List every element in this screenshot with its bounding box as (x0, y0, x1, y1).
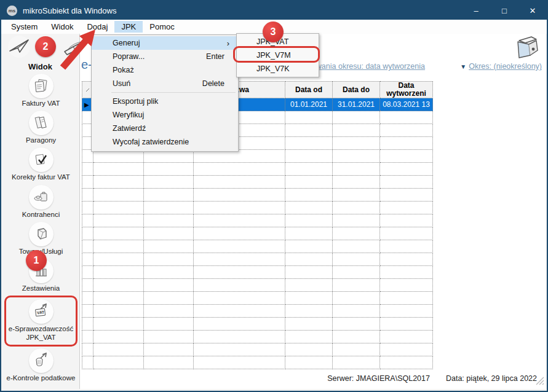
table-cell-empty (194, 279, 285, 292)
table-cell-empty (144, 253, 194, 266)
minimize-button[interactable]: – (462, 1, 490, 20)
sidebar-item-label: e-Kontrole podatkowe (7, 374, 76, 382)
table-cell-empty (333, 111, 380, 124)
table-cell-empty (144, 305, 194, 318)
submenu-item-jpk_v7k[interactable]: JPK_V7K (237, 62, 319, 76)
sidebar-item-faktury-vat[interactable]: Faktury VAT (4, 73, 77, 109)
table-row-empty (82, 343, 433, 356)
table-cell-empty (82, 240, 93, 253)
table-cell-empty (285, 266, 333, 279)
table-cell: 08.03.2021 13 (380, 98, 433, 111)
table-cell-empty (82, 318, 93, 331)
table-cell-empty (333, 163, 380, 176)
okres-control[interactable]: ▼Okres: (nieokreślony) (460, 62, 542, 71)
table-cell-empty (93, 253, 144, 266)
sidebar-item-label: Korekty faktur VAT (12, 173, 70, 181)
table-cell-empty (82, 343, 93, 356)
submenu-item-jpk_v7m[interactable]: JPK_V7M (237, 49, 319, 62)
table-cell-empty (82, 253, 93, 266)
menu-item-popraw-[interactable]: Popraw...Enter (92, 50, 238, 63)
table-cell-empty (194, 292, 285, 305)
title-bar: ms mikroSubiekt dla Windows – □ ✕ (1, 1, 547, 20)
table-cell-empty (380, 305, 433, 318)
send-icon[interactable] (6, 35, 32, 58)
table-cell-empty (82, 292, 93, 305)
table-cell-empty (380, 124, 433, 137)
table-cell-empty (82, 189, 93, 202)
menubar-item-dodaj[interactable]: Dodaj (80, 21, 114, 33)
sidebar-item-label: Faktury VAT (22, 100, 60, 108)
table-cell-empty (285, 163, 333, 176)
table-cell-empty (380, 227, 433, 240)
table-cell-empty (82, 331, 93, 343)
menu-item-poka-[interactable]: Pokaż (92, 63, 238, 77)
table-cell: 01.01.2021 (285, 98, 333, 111)
table-cell-empty (93, 150, 144, 163)
table-cell-empty (380, 176, 433, 189)
invoices-icon (29, 74, 54, 98)
table-cell-empty (380, 240, 433, 253)
menu-item-generuj[interactable]: Generuj› (92, 36, 238, 50)
menubar-item-widok[interactable]: Widok (44, 21, 80, 33)
sidebar-item-kontrahenci[interactable]: Kontrahenci (4, 184, 77, 221)
menubar-item-system[interactable]: System (4, 21, 44, 33)
table-cell-empty (285, 343, 333, 356)
menubar-item-jpk[interactable]: JPK (114, 21, 143, 33)
menu-item-usu-[interactable]: UsuńDelete (92, 77, 238, 90)
column-header-data-wytworzeni[interactable]: Data wytworzeni (380, 81, 433, 98)
sidebar-item-e-sprawozdawczo-jpk-vat[interactable]: VATe-Sprawozdawczość JPK_VAT (4, 296, 77, 346)
table-cell-empty (144, 279, 194, 292)
table-cell-empty (82, 279, 93, 292)
resize-grip-icon[interactable] (534, 375, 544, 388)
printer-icon[interactable] (510, 33, 542, 61)
table-cell-empty (93, 240, 144, 253)
table-cell-empty (82, 150, 93, 163)
menu-item-shortcut: Enter (206, 52, 232, 61)
table-row-empty (82, 214, 433, 227)
menubar-item-pomoc[interactable]: Pomoc (143, 21, 181, 33)
table-cell-empty (144, 227, 194, 240)
sidebar-item-korekty-faktur-vat[interactable]: Korekty faktur VAT (4, 147, 77, 183)
close-button[interactable]: ✕ (518, 1, 547, 20)
annotation-badge-1: 1 (26, 250, 47, 271)
table-cell-empty (82, 305, 93, 318)
table-cell-empty (93, 279, 144, 292)
table-cell-empty (285, 240, 333, 253)
tax-audit-icon (29, 348, 54, 373)
table-cell-empty (144, 356, 194, 369)
sort-icon (85, 88, 90, 92)
okres-link[interactable]: Okres: (nieokreślony) (469, 62, 542, 71)
table-row-empty (82, 292, 433, 305)
corrections-icon (29, 147, 54, 172)
menu-item-eksportuj-plik[interactable]: Eksportuj plik (92, 95, 238, 108)
sidebar-item-e-kontrole-podatkowe[interactable]: e-Kontrole podatkowe (4, 348, 77, 384)
jpk-dropdown-menu: Generuj›Popraw...EnterPokażUsuńDeleteEks… (91, 34, 239, 152)
book-icon[interactable] (61, 34, 89, 59)
table-cell-empty (144, 331, 194, 343)
table-row-empty (82, 279, 433, 292)
menu-item-zatwierd-[interactable]: Zatwierdź (92, 122, 238, 135)
menu-item-wycofaj-zatwierdzenie[interactable]: Wycofaj zatwierdzenie (92, 135, 238, 149)
table-cell-empty (194, 150, 285, 163)
maximize-button[interactable]: □ (490, 1, 518, 20)
table-cell-empty (82, 227, 93, 240)
chevron-down-icon: ▼ (460, 63, 466, 70)
table-row-empty (82, 227, 433, 240)
table-cell-empty (93, 331, 144, 343)
table-cell-empty (93, 266, 144, 279)
table-cell-empty (380, 202, 433, 214)
table-row-empty (82, 305, 433, 318)
table-cell-empty (333, 343, 380, 356)
table-cell-empty (333, 124, 380, 137)
table-cell-empty (285, 253, 333, 266)
table-cell-empty (82, 202, 93, 214)
menu-item-weryfikuj[interactable]: Weryfikuj (92, 108, 238, 122)
table-cell-empty (93, 214, 144, 227)
table-cell-empty (380, 356, 433, 369)
sidebar-item-paragony[interactable]: Paragony (4, 110, 77, 146)
column-header-data-od[interactable]: Data od (285, 81, 333, 98)
sidebar-item-label: Kontrahenci (22, 211, 60, 219)
table-cell-empty (194, 163, 285, 176)
column-header-data-do[interactable]: Data do (333, 81, 380, 98)
table-cell-empty (285, 124, 333, 137)
